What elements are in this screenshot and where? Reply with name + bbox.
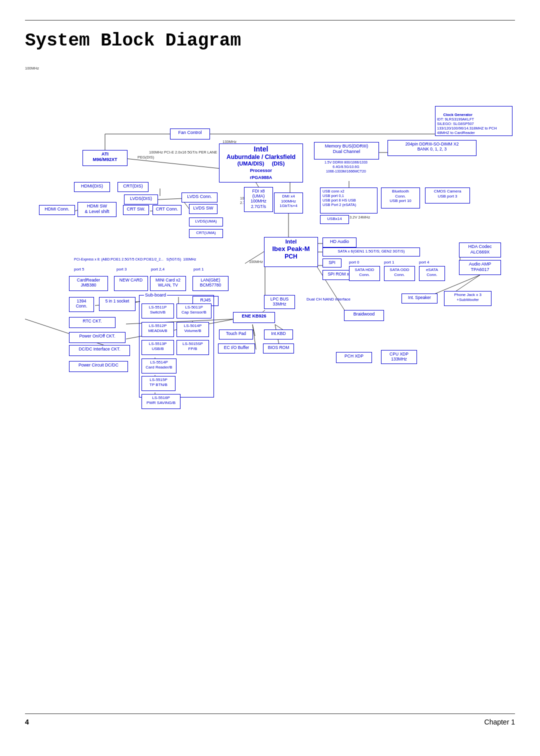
ls5512p-box: LS-5512PMEADIA/B: [142, 322, 174, 337]
ls5515p-box: LS-5515PTP BTN/B: [142, 376, 176, 391]
hdmi-sw-box: HDMI SW& Level shift: [78, 202, 116, 217]
lan-box: LAN(GbE)BCM57780: [192, 276, 228, 291]
diagram-area: PEG(DIS) 100MHz PCI-E 2.0x16 5GT/s PER L…: [25, 66, 515, 716]
hdmi-dis-box: HDMI(DIS): [74, 182, 110, 192]
pwr-circuit-box: Power Circuit DC/DC: [69, 361, 128, 372]
sata-x6-box: SATA x 6(GEN1 1.5GT/S; GEN2 3GT/S): [322, 248, 420, 256]
dual-ch-nand-label: Dual CH NAND interface: [306, 297, 350, 302]
lvds-conn-box: LVDS Conn.: [182, 192, 218, 202]
svg-line-5: [125, 158, 220, 168]
pwr-onoff-box: Power On/Off CKT.: [69, 332, 126, 343]
ene-kb926-box: ENE KB926: [233, 312, 275, 323]
ls5514p-box: LS-5514PCard Reader/B: [142, 358, 176, 374]
intel-cpu-box: Intel Auburndale / Clarksfield (UMA/DIS)…: [219, 144, 303, 182]
cardreader-box: CardReaderJMB380: [69, 276, 108, 291]
page-container: System Block Diagram: [0, 0, 540, 746]
memory-bus-box: Memory BUS(DDRIII)Dual Channel: [314, 142, 379, 160]
hdmi-conn-box: HDMI Conn.: [39, 205, 75, 215]
page-title: System Block Diagram: [25, 30, 515, 51]
phone-jack-box: Phone Jack x 3+SubWoofer: [444, 291, 492, 306]
touch-pad-box: Touch Pad: [219, 330, 253, 340]
port0-label: port 0: [349, 260, 359, 264]
sata-freq: 100MHz: [25, 66, 39, 70]
bluetooth-box: BluetoothConn.USB port 10: [381, 188, 420, 208]
ls5011p-box: LS-5011PCap Sensor/B: [176, 304, 212, 318]
braidwood-box: Braidwood: [344, 310, 384, 321]
top-rule: [25, 20, 515, 20]
ls5015p-box: LS-5015SPFP/B: [176, 340, 209, 355]
cmos-camera-box: CMOS CameraUSB port 3: [425, 188, 470, 204]
mini-card-box: MINI Card x2WLAN, TV: [150, 276, 186, 291]
usbx14-box: USBx14: [320, 215, 349, 224]
port4-label: port 4: [419, 260, 429, 264]
usb-conn-box: USB conn x2USB port 0,1USB port 8 HS USB…: [320, 188, 378, 214]
int-speaker-box: Int. Speaker: [402, 294, 438, 304]
chapter-label: Chapter 1: [484, 718, 515, 726]
lvds-sw-box: LVDS SW: [189, 204, 218, 214]
crt-conn-box: CRT Conn.: [152, 205, 182, 215]
fan-control-box: Fan Control: [170, 128, 210, 140]
crt-sw-box: CRT SW.: [123, 205, 149, 215]
5in1-box: 5 in 1 socket: [99, 297, 136, 311]
pch-box: Intel Ibex Peak-M PCH: [264, 237, 318, 267]
ls5511p-box: LS-5511PSwitch/B: [142, 304, 174, 318]
port1b-label: port 1: [384, 260, 394, 264]
sub-board-label: Sub-board: [144, 292, 167, 298]
ls5014p-box: LS-5014PVolume/B: [176, 322, 209, 337]
esata-conn-box: eSATAConn.: [419, 266, 445, 281]
dmi-box: DMI x4100MHz1GbT/s×4: [274, 192, 303, 214]
hda-codec-box: HDA CodecALC669X: [459, 242, 501, 258]
page-number: 4: [25, 718, 29, 726]
dc-dc-if-box: DC/DC Interface CKT.: [69, 345, 130, 356]
port24-label: port 2,4: [151, 267, 164, 272]
audio-amp-box: Audio AMPTPA6017: [459, 260, 501, 275]
port5-label: port 5: [74, 267, 84, 272]
sgt5-label: 100MHz: [249, 260, 263, 264]
pcie-label: 100MHz PCI-E 2.0x16 5GT/s PER LANE: [149, 150, 217, 154]
ati-box: ATIM96/M92XT: [82, 150, 128, 166]
port1-label: port 1: [194, 267, 204, 272]
crt-uma-box: CRT(UMA): [189, 229, 223, 238]
peg-dis-label: PEG(DIS): [138, 155, 154, 160]
cpu-xdp-box: CPU XDP133MHz: [381, 350, 417, 364]
lvds-dis-box: LVDS(DIS): [124, 194, 158, 204]
sata-hdd-box: SATA HDDConn.: [349, 266, 380, 281]
bios-rom-box: BIOS ROM: [263, 344, 294, 354]
hd-audio-box: HD Audio: [322, 238, 356, 248]
crt-dis-box: CRT(DIS): [118, 182, 148, 192]
lvds-uma-box: LVDS(UMA): [189, 218, 223, 226]
ddr-spec: 1.5V DDRIII 800/1066/13336.4G/8.5G/10.6G…: [314, 160, 378, 174]
bottom-rule: 4 Chapter 1: [25, 714, 515, 726]
pci-express-label: PCI-Express x 8: (ABD:PCIE1 2.5GT/5 CKD:…: [74, 258, 196, 261]
so-dimm-box: 204pin DDRIII-SO-DIMM X2BANK 0, 1, 2, 3: [388, 140, 476, 156]
conn-1394-box: 1394Conn.: [69, 297, 94, 312]
ls5513p-box: LS-5513PUSB/B: [142, 340, 174, 355]
sata-odd-box: SATA ODDConn.: [384, 266, 415, 281]
new-card-box: NEW CARD: [114, 276, 148, 291]
clock-gen-box: Clock GeneratorIDT: 9LRS3199AKLFTSILEGO:…: [435, 106, 512, 136]
rtc-ckt-box: RTC CKT.: [69, 317, 116, 328]
int-kbd-box: Int.KBD: [264, 330, 293, 340]
fdi-box: FDI x8(UMA)100MHz2.7GT/s: [244, 187, 273, 212]
usbx14-val-label: 3.2V 24MHz: [350, 215, 370, 220]
ls5516p-box: LS-5516PPWR SAVING/B: [142, 394, 180, 409]
pch-xdp-box: PCH XDP: [336, 352, 372, 363]
ec-io-buffer-box: EC I/O Buffer: [218, 344, 255, 354]
spi-box: SPI: [322, 258, 342, 268]
port3-label: port 3: [116, 267, 126, 272]
lpc-bus-box: LPC BUS33MHz: [264, 295, 295, 309]
